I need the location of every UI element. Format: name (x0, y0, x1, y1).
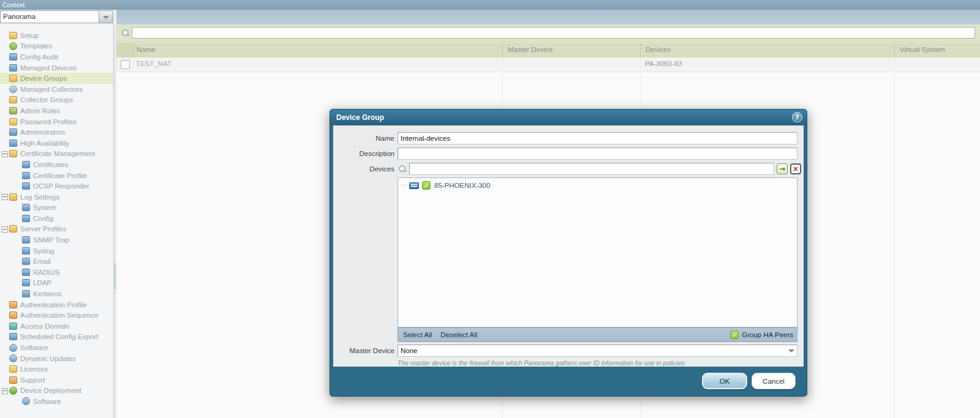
dialog-titlebar: Device Group (330, 110, 807, 125)
master-device-value: None (401, 345, 418, 356)
sidebar-item-label: Device Deployment (20, 387, 81, 394)
sidebar-item-label: LDAP (33, 279, 51, 286)
sidebar-item-authentication-profile[interactable]: Authentication Profile (0, 299, 113, 310)
chevron-down-icon[interactable] (99, 11, 113, 23)
sidebar-item-syslog[interactable]: Syslog (0, 245, 113, 256)
device-checkbox[interactable] (422, 181, 431, 190)
devices-filter-input[interactable] (409, 163, 774, 175)
sidebar-item-snmp-trap[interactable]: SNMP Trap (0, 234, 113, 245)
sidebar-item-email[interactable]: Email (0, 256, 113, 267)
sidebar-item-licenses[interactable]: Licenses (0, 364, 113, 375)
collapse-toggle-icon[interactable] (2, 226, 8, 233)
admin-roles-icon (9, 107, 17, 114)
deselect-all-link[interactable]: Deselect All (440, 331, 477, 338)
sidebar-item-password-profiles[interactable]: Password Profiles (0, 116, 113, 127)
access-domain-icon (9, 323, 17, 330)
search-icon (121, 29, 130, 37)
sidebar-item-label: Certificate Management (20, 150, 95, 157)
dialog-footer: OK Cancel (330, 367, 807, 396)
filter-toolbar (116, 24, 980, 42)
filter-input[interactable] (132, 27, 975, 39)
clear-filter-button[interactable] (790, 163, 801, 174)
sidebar-item-authentication-sequence[interactable]: Authentication Sequence (0, 310, 113, 321)
help-icon[interactable] (792, 112, 802, 122)
sidebar-item-certificates[interactable]: Certificates (0, 159, 113, 170)
sidebar-item-server-profiles[interactable]: Server Profiles (0, 224, 113, 235)
row-checkbox[interactable] (121, 60, 130, 69)
name-field[interactable] (398, 132, 797, 144)
sidebar-item-label: Collector Groups (20, 96, 73, 103)
description-field[interactable] (398, 147, 797, 160)
sidebar-item-kerberos[interactable]: Kerberos (0, 288, 113, 299)
device-tree-item[interactable]: 85-PHOENIX-300 (398, 178, 797, 190)
sidebar-item-label: Support (20, 376, 45, 384)
software-icon (22, 397, 30, 405)
collapse-toggle-icon[interactable] (2, 151, 8, 157)
dialog-title: Device Group (336, 113, 384, 122)
sidebar-item-dynamic-updates[interactable]: Dynamic Updates (0, 353, 113, 364)
select-all-link[interactable]: Select All (403, 331, 432, 338)
sidebar-item-ocsp-responder[interactable]: OCSP Responder (0, 181, 113, 192)
group-ha-peers-label: Group HA Peers (742, 331, 793, 338)
certificate-profile-icon (22, 172, 30, 179)
tree-connector (402, 185, 407, 186)
context-dropdown[interactable]: Panorama (0, 10, 113, 23)
apply-filter-button[interactable] (777, 163, 788, 174)
sidebar-item-high-availability[interactable]: High Availability (0, 138, 113, 149)
sidebar-item-managed-devices[interactable]: Managed Devices (0, 62, 113, 73)
sidebar-item-label: Software (20, 344, 48, 351)
sidebar-item-config[interactable]: Config (0, 213, 113, 224)
column-header-master-device[interactable]: Master Device (503, 43, 641, 58)
context-bar: Context (0, 0, 980, 10)
search-icon (398, 165, 407, 173)
sidebar-item-device-groups[interactable]: Device Groups (0, 73, 113, 84)
device-group-name-link[interactable]: TEST_NAT (136, 60, 172, 67)
certificate-management-icon (9, 150, 17, 157)
sidebar-item-ldap[interactable]: LDAP (0, 278, 113, 289)
sidebar-item-templates[interactable]: Templates (0, 41, 113, 52)
collapse-toggle-icon[interactable] (2, 194, 8, 200)
collapse-toggle-icon[interactable] (2, 388, 8, 394)
sidebar-item-managed-collectors[interactable]: Managed Collectors (0, 84, 113, 95)
administrators-icon (9, 129, 17, 136)
sidebar-item-access-domain[interactable]: Access Domain (0, 321, 113, 332)
context-select-area: Panorama (0, 10, 116, 24)
table-row[interactable]: TEST_NAT PA-3050-93 (116, 58, 980, 72)
sidebar-item-certificate-management[interactable]: Certificate Management (0, 149, 113, 160)
sidebar-item-label: SNMP Trap (33, 236, 69, 244)
sidebar-item-collector-groups[interactable]: Collector Groups (0, 95, 113, 106)
group-ha-peers-checkbox[interactable] (730, 330, 739, 339)
sidebar-item-software-deploy[interactable]: Software (0, 396, 113, 407)
sidebar-item-scheduled-config-export[interactable]: Scheduled Config Export (0, 332, 113, 343)
sidebar-item-radius[interactable]: RADIUS (0, 267, 113, 278)
sidebar-item-label: System (33, 204, 56, 211)
ocsp-responder-icon (22, 182, 30, 190)
sidebar-item-device-deployment[interactable]: Device Deployment (0, 386, 113, 397)
master-device-select[interactable]: None (398, 345, 797, 357)
config-icon (22, 215, 30, 222)
sidebar-item-software[interactable]: Software (0, 342, 113, 353)
sidebar-item-certificate-profile[interactable]: Certificate Profile (0, 170, 113, 181)
config-audit-icon (9, 53, 17, 61)
sidebar-item-label: Log Settings (20, 193, 59, 201)
column-header-name[interactable]: Name (134, 43, 503, 58)
context-label: Context (2, 1, 24, 9)
cancel-button[interactable]: Cancel (752, 373, 796, 389)
sidebar-item-label: Certificates (33, 161, 69, 168)
sidebar-item-system[interactable]: System (0, 203, 113, 214)
name-label: Name (333, 132, 394, 144)
device-groups-icon (9, 75, 17, 82)
sidebar-item-administrators[interactable]: Administrators (0, 127, 113, 138)
column-divider (894, 58, 895, 418)
sidebar-item-support[interactable]: Support (0, 375, 113, 386)
sidebar-item-config-audit[interactable]: Config Audit (0, 51, 113, 62)
ok-button[interactable]: OK (702, 373, 747, 389)
sidebar-item-log-settings[interactable]: Log Settings (0, 192, 113, 203)
sidebar-item-admin-roles[interactable]: Admin Roles (0, 105, 113, 116)
column-header-virtual-system[interactable]: Virtual System (895, 43, 980, 58)
column-header-devices[interactable]: Devices (641, 43, 895, 58)
sidebar-item-setup[interactable]: Setup (0, 30, 113, 41)
devices-label: Devices (333, 163, 394, 175)
description-label: Description (333, 147, 394, 160)
device-tree: 85-PHOENIX-300 (398, 177, 797, 327)
